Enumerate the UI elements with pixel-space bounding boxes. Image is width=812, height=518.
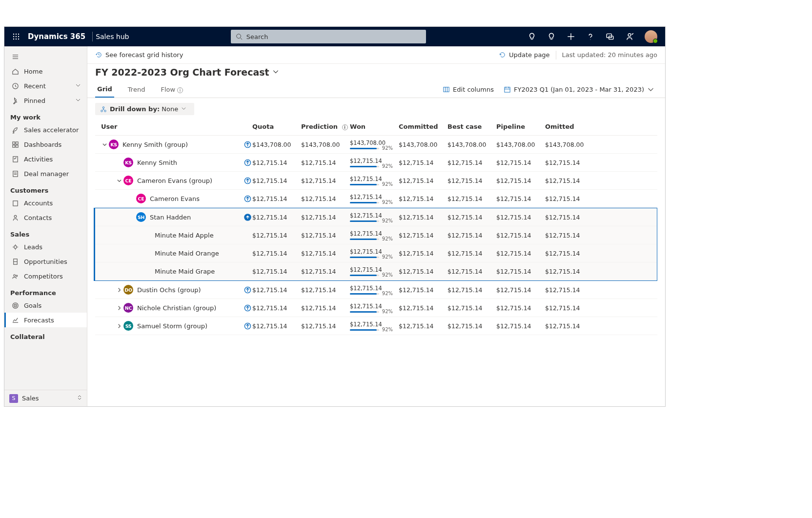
plus-icon[interactable] [567, 32, 575, 41]
person-icon[interactable] [625, 32, 634, 41]
drill-down-picker[interactable]: Drill down by: None [95, 103, 194, 115]
cell-prediction: $12,715.14 [301, 286, 350, 294]
update-button[interactable]: Update page [499, 51, 550, 59]
sidebar-item-pinned[interactable]: Pinned [4, 93, 87, 108]
lightbulb-icon[interactable] [547, 32, 556, 41]
cell-bestcase: $12,715.14 [447, 322, 496, 330]
area-switcher[interactable]: S Sales [4, 390, 87, 406]
search-placeholder: Search [246, 33, 268, 40]
cell-omitted: $143,708.00 [545, 141, 594, 148]
tab-flow[interactable]: Flowi [159, 82, 185, 97]
expand-toggle[interactable] [116, 178, 122, 183]
table-row[interactable]: CECameron Evans $12,715.14 $12,715.14 $1… [95, 190, 657, 208]
row-name: Minute Maid Orange [155, 250, 219, 257]
title-dropdown[interactable] [269, 68, 279, 77]
cell-won: $143,708.00 92% [350, 139, 399, 149]
rollup-icon[interactable] [243, 177, 252, 184]
sidebar-item-contacts[interactable]: Contacts [4, 210, 87, 225]
help-icon[interactable] [586, 32, 595, 41]
cell-omitted: $12,715.14 [545, 232, 594, 239]
sidebar-item-opportunities[interactable]: Opportunities [4, 254, 87, 269]
row-name: Stan Hadden [150, 214, 191, 221]
table-row[interactable]: Minute Maid Orange $12,715.14 $12,715.14… [95, 244, 657, 262]
cell-committed: $12,715.14 [399, 214, 447, 221]
col-omitted[interactable]: Omitted [545, 123, 594, 130]
table-row[interactable]: KSKenny Smith $12,715.14 $12,715.14 $12,… [95, 154, 657, 172]
cell-bestcase: $12,715.14 [447, 304, 496, 312]
sidebar-item-competitors[interactable]: Competitors [4, 269, 87, 283]
expand-toggle[interactable] [116, 287, 122, 293]
chevron-down-icon [181, 105, 189, 113]
col-quota[interactable]: Quota [252, 123, 301, 130]
sidebar-item-sales-accelerator[interactable]: Sales accelerator [4, 122, 87, 137]
rollup-icon[interactable] [243, 159, 252, 166]
expand-toggle[interactable] [116, 323, 122, 329]
cell-won: $12,715.14 92% [350, 158, 399, 167]
table-row[interactable]: SSSamuel Storm (group) $12,715.14 $12,71… [95, 317, 657, 335]
rollup-icon[interactable] [243, 304, 252, 312]
sidebar-item-label: Pinned [24, 97, 45, 104]
table-row[interactable]: Minute Maid Grape $12,715.14 $12,715.14 … [95, 262, 657, 280]
hub-label[interactable]: Sales hub [96, 33, 129, 40]
forecast-grid: User Quota Prediction i Won Committed Be… [87, 118, 665, 406]
table-row[interactable]: CECameron Evans (group) $12,715.14 $12,7… [95, 172, 657, 190]
hamburger-icon [10, 53, 20, 60]
sidebar-item-home[interactable]: Home [4, 64, 87, 79]
sidebar-item-activities[interactable]: Activities [4, 152, 87, 166]
sidebar-item-leads[interactable]: Leads [4, 239, 87, 254]
rollup-icon[interactable] [243, 214, 252, 221]
rollup-icon[interactable] [243, 195, 252, 202]
cell-quota: $12,715.14 [252, 322, 301, 330]
opportunity-icon [10, 258, 20, 265]
period-picker[interactable]: FY2023 Q1 (Jan 01, 2023 - Mar 31, 2023) [504, 86, 657, 93]
edit-columns-button[interactable]: Edit columns [443, 86, 494, 93]
chevron-down-icon [75, 82, 81, 90]
cell-won: $12,715.14 92% [350, 303, 399, 313]
col-prediction[interactable]: Prediction i [301, 123, 350, 130]
leads-icon [10, 243, 20, 251]
table-row[interactable]: DODustin Ochs (group) $12,715.14 $12,715… [95, 281, 657, 299]
tab-trend[interactable]: Trend [126, 82, 147, 97]
search-icon [236, 33, 243, 40]
cell-prediction: $12,715.14 [301, 304, 350, 312]
checklist-icon [10, 156, 20, 163]
table-row[interactable]: SHStan Hadden $12,715.14 $12,715.14 $12,… [95, 208, 657, 226]
sidebar-item-deal-manager[interactable]: Deal manager [4, 166, 87, 181]
hamburger-button[interactable] [4, 49, 87, 64]
person-icon [10, 214, 20, 221]
tab-grid[interactable]: Grid [95, 81, 114, 98]
chat-icon[interactable] [606, 32, 614, 41]
table-row[interactable]: NCNichole Christian (group) $12,715.14 $… [95, 299, 657, 317]
rollup-icon[interactable] [243, 322, 252, 330]
brand-label[interactable]: Dynamics 365 [24, 32, 89, 41]
svg-point-31 [14, 215, 17, 218]
table-row[interactable]: Minute Maid Apple $12,715.14 $12,715.14 … [95, 226, 657, 244]
history-button[interactable]: See forecast grid history [95, 51, 183, 59]
col-user[interactable]: User [101, 123, 252, 130]
col-bestcase[interactable]: Best case [447, 123, 496, 130]
col-pipeline[interactable]: Pipeline [496, 123, 545, 130]
sidebar-item-forecasts[interactable]: Forecasts [4, 313, 87, 327]
sidebar-item-dashboards[interactable]: Dashboards [4, 137, 87, 152]
col-committed[interactable]: Committed [399, 123, 447, 130]
rollup-icon[interactable] [243, 286, 252, 294]
lightbulb-icon[interactable] [528, 32, 536, 41]
rollup-icon[interactable] [243, 141, 252, 148]
cell-quota: $12,715.14 [252, 250, 301, 257]
cell-quota: $12,715.14 [252, 268, 301, 275]
sidebar-item-recent[interactable]: Recent [4, 79, 87, 93]
sidebar-item-accounts[interactable]: Accounts [4, 196, 87, 210]
app-launcher-icon[interactable] [8, 33, 24, 40]
sidebar-section-mywork: My work [4, 108, 87, 122]
sidebar-item-goals[interactable]: Goals [4, 298, 87, 313]
expand-toggle[interactable] [116, 305, 122, 311]
expand-toggle[interactable] [101, 142, 108, 147]
svg-line-10 [240, 38, 242, 40]
svg-rect-23 [16, 145, 18, 147]
sidebar-section-sales: Sales [4, 225, 87, 239]
avatar[interactable] [645, 30, 657, 43]
table-row[interactable]: KSKenny Smith (group) $143,708.00 $143,7… [95, 136, 657, 154]
search-input[interactable]: Search [231, 30, 426, 43]
cell-won: $12,715.14 92% [350, 321, 399, 331]
col-won[interactable]: Won [350, 123, 399, 130]
